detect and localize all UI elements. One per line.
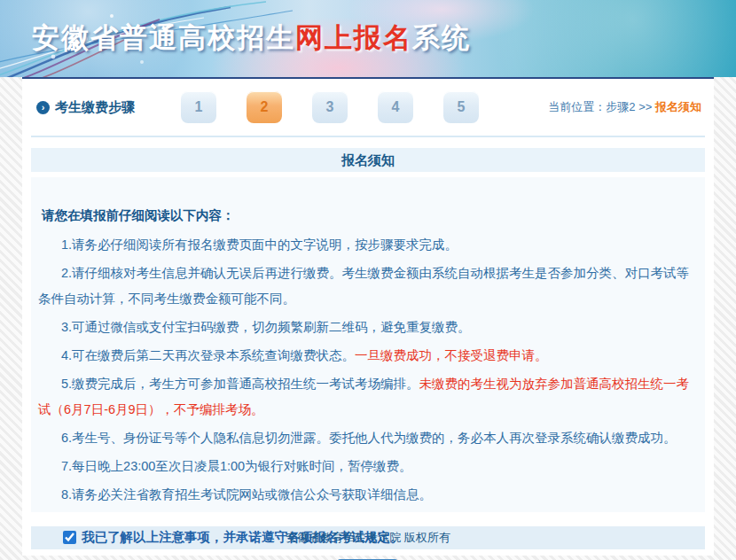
step-3[interactable]: 3 bbox=[312, 91, 348, 123]
notice-item-2: 2.请仔细核对考生信息并确认无误后再进行缴费。考生缴费金额由系统自动根据考生是否… bbox=[38, 261, 696, 312]
notice-item-3-text: 3.可通过微信或支付宝扫码缴费，切勿频繁刷新二维码，避免重复缴费。 bbox=[61, 320, 471, 334]
step-bar-label: 考生缴费步骤 bbox=[55, 99, 135, 116]
notice-item-8: 8.请务必关注省教育招生考试院网站或微信公众号获取详细信息。 bbox=[38, 482, 696, 508]
notice-item-5: 5.缴费完成后，考生方可参加普通高校招生统一考试考场编排。未缴费的考生视为放弃参… bbox=[38, 371, 696, 423]
breadcrumb: 当前位置：步骤2 >> 报名须知 bbox=[548, 99, 701, 115]
notice-item-2-text: 2.请仔细核对考生信息并确认无误后再进行缴费。考生缴费金额由系统自动根据考生是否… bbox=[38, 266, 689, 306]
step-1[interactable]: 1 bbox=[181, 91, 216, 123]
header-banner: 安徽省普通高校招生网上报名系统 bbox=[0, 0, 736, 77]
step-bar: › 考生缴费步骤 1 2 3 4 5 当前位置：步骤2 >> 报名须知 bbox=[22, 79, 714, 136]
consent-checkbox[interactable] bbox=[63, 531, 76, 544]
notice-item-6-text: 6.考生号、身份证号等个人隐私信息切勿泄露。委托他人代为缴费的，务必本人再次登录… bbox=[61, 431, 677, 445]
app-title-part1: 安徽省普通高校招生 bbox=[32, 22, 295, 53]
notice-intro: 请您在填报前仔细阅读以下内容： bbox=[42, 207, 696, 224]
main-panel: › 考生缴费步骤 1 2 3 4 5 当前位置：步骤2 >> 报名须知 报名须知… bbox=[22, 77, 714, 556]
arrow-circle-icon: › bbox=[36, 101, 50, 114]
step-5[interactable]: 5 bbox=[443, 91, 479, 123]
notice-item-1: 1.请务必仔细阅读所有报名缴费页面中的文字说明，按步骤要求完成。 bbox=[38, 232, 696, 258]
app-title: 安徽省普通高校招生网上报名系统 bbox=[32, 19, 471, 57]
step-bar-title: › 考生缴费步骤 bbox=[36, 99, 135, 116]
step-2-active[interactable]: 2 bbox=[247, 91, 282, 123]
notice-item-7: 7.每日晚上23:00至次日凌晨1:00为银行对账时间，暂停缴费。 bbox=[38, 454, 696, 479]
app-title-part3: 系统 bbox=[412, 22, 471, 53]
notice-item-6: 6.考生号、身份证号等个人隐私信息切勿泄露。委托他人代为缴费的，务必本人再次登录… bbox=[38, 425, 696, 451]
notice-item-4-text: 4.可在缴费后第二天再次登录本系统查询缴费状态。 bbox=[61, 348, 355, 362]
notice-item-8-text: 8.请务必关注省教育招生考试院网站或微信公众号获取详细信息。 bbox=[61, 487, 432, 502]
breadcrumb-prefix: 当前位置：步骤2 >> bbox=[548, 100, 652, 113]
notice-item-5-text: 5.缴费完成后，考生方可参加普通高校招生统一考试考场编排。 bbox=[61, 377, 419, 391]
notice-content: 请您在填报前仔细阅读以下内容： 1.请务必仔细阅读所有报名缴费页面中的文字说明，… bbox=[31, 177, 705, 512]
step-4[interactable]: 4 bbox=[378, 91, 413, 123]
step-indicator: 1 2 3 4 5 bbox=[181, 91, 479, 123]
notice-title: 报名须知 bbox=[31, 148, 705, 172]
notice-item-4: 4.可在缴费后第二天再次登录本系统查询缴费状态。一旦缴费成功，不接受退费申请。 bbox=[38, 343, 696, 369]
app-title-highlight: 网上报名 bbox=[295, 22, 412, 53]
breadcrumb-current: 报名须知 bbox=[655, 100, 701, 113]
stepbar-divider bbox=[31, 136, 705, 137]
notice-item-7-text: 7.每日晚上23:00至次日凌晨1:00为银行对账时间，暂停缴费。 bbox=[61, 459, 412, 473]
notice-item-3: 3.可通过微信或支付宝扫码缴费，切勿频繁刷新二维码，避免重复缴费。 bbox=[38, 315, 696, 340]
notice-item-1-text: 1.请务必仔细阅读所有报名缴费页面中的文字说明，按步骤要求完成。 bbox=[61, 237, 458, 252]
notice-item-4-red: 一旦缴费成功，不接受退费申请。 bbox=[355, 348, 548, 362]
